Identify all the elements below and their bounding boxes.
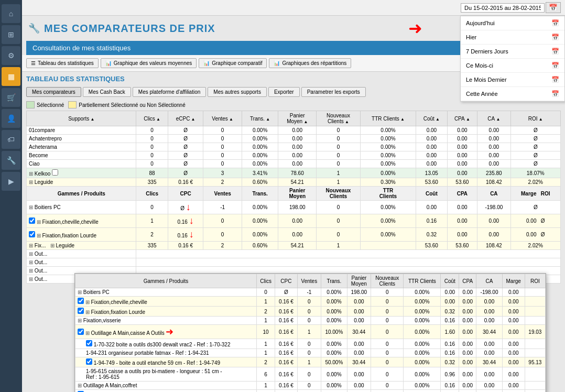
col-cout[interactable]: Coût xyxy=(416,111,447,126)
expand-fixlourde[interactable]: ⊞ xyxy=(37,233,41,238)
cell-cpa: 0.00 xyxy=(447,143,477,151)
cell-panier: 0.00 xyxy=(278,160,317,168)
dropdown-7days[interactable]: 7 Derniers Jours 📅 xyxy=(461,45,564,59)
ov-col-trans[interactable]: Trans. xyxy=(321,274,347,288)
cell-leguide-ca: 108.42 xyxy=(477,178,510,187)
ov-row: ⊞ Fixation,fixation Lourde 2 0.16 € 0 0.… xyxy=(75,307,546,317)
cell-ls-cpc: 0.16 € xyxy=(168,242,203,250)
cell-panier: 0.00 xyxy=(278,135,317,143)
tool-icon[interactable]: 🔧 xyxy=(2,151,20,170)
cell-out2-empty xyxy=(136,258,561,267)
dropdown-this-year[interactable]: Cette Année 📅 xyxy=(461,87,564,101)
ov-col-gammes[interactable]: Gammes / Produits xyxy=(75,274,257,288)
nav-tab-affiliation[interactable]: Mes plateforme d'affiliation xyxy=(133,87,206,97)
cell-nouveaux: 0 xyxy=(317,126,361,135)
home-icon[interactable]: ⌂ xyxy=(2,4,20,23)
dropdown-today[interactable]: Aujourd'hui 📅 xyxy=(461,16,564,30)
expand-out4[interactable]: ⊞ xyxy=(29,276,33,282)
expand-leguide[interactable]: ⊞ xyxy=(29,179,33,185)
dropdown-yesterday[interactable]: Hier 📅 xyxy=(461,30,564,45)
ov-cb-prod1[interactable] xyxy=(86,340,92,346)
cell-fl-ca: 0.00 xyxy=(477,228,510,242)
hierarchy-icon[interactable]: ⊞ xyxy=(2,25,20,44)
cell-panier: 0.00 xyxy=(278,143,317,151)
col-roi[interactable]: ROI xyxy=(510,111,560,126)
col-trans[interactable]: Trans. xyxy=(242,111,278,126)
ov-col-cout[interactable]: Coût xyxy=(441,274,459,288)
ov-cell-prod1: 1-70-322 boite a outils ds300 dewalt vra… xyxy=(75,339,257,349)
ov-col-ca[interactable]: CA xyxy=(476,274,502,288)
ov-col-clics[interactable]: Clics xyxy=(256,274,275,288)
cell-trans: 0.00% xyxy=(242,126,278,135)
ov-cb-fixchev[interactable] xyxy=(78,298,84,304)
expand-fixchev[interactable]: ⊞ xyxy=(37,219,41,225)
arrow-right-icon[interactable]: ▶ xyxy=(2,172,20,191)
table-row: ⊞ Boitiers PC 0 Ø ↓ -1 0.00% 198.00 0 0.… xyxy=(27,201,561,214)
tab-graphique-valeurs[interactable]: 📊 Graphique des valeurs moyennes xyxy=(101,58,197,68)
ov-row: ⊞ Fixation,visserie 1 0.16 € 0 0.00% 0.0… xyxy=(75,317,546,325)
col-ca[interactable]: CA xyxy=(477,111,510,126)
cell-ls-panier: 54.21 xyxy=(278,242,317,250)
dropdown-last-month[interactable]: Le Mois Dernier 📅 xyxy=(461,73,564,87)
ov-cell-prod3: 1-94-749 - boite a outil etanche 59 cm -… xyxy=(75,357,257,367)
sh-trans: Trans. xyxy=(242,187,278,201)
expand-out1[interactable]: ⊞ xyxy=(29,251,33,257)
expand-out2[interactable]: ⊞ xyxy=(29,259,33,265)
cell-cpa: 0.00 xyxy=(447,160,477,168)
col-supports[interactable]: Supports xyxy=(27,111,136,126)
col-cpa[interactable]: CPA xyxy=(447,111,477,126)
cell-ecpc: Ø xyxy=(168,160,203,168)
ov-col-ttr[interactable]: TTR Clients xyxy=(404,274,441,288)
fixchev-checkbox[interactable] xyxy=(29,217,35,224)
ov-col-cpa[interactable]: CPA xyxy=(459,274,476,288)
wrench-icon: 🔧 xyxy=(28,23,40,34)
nav-tab-parametrer[interactable]: Parametrer les exports xyxy=(301,87,366,97)
settings-icon[interactable]: ⚙ xyxy=(2,46,20,65)
calendar-button[interactable]: 📅 xyxy=(546,2,561,13)
nav-tab-exporter[interactable]: Exporter xyxy=(268,87,300,97)
expand-leguide-sum[interactable]: ⊞ xyxy=(29,243,33,248)
people-icon[interactable]: 👤 xyxy=(2,109,20,128)
expand-out3[interactable]: ⊞ xyxy=(29,268,33,274)
nav-tab-autres[interactable]: Mes autres supports xyxy=(208,87,267,97)
expand-kelkoo[interactable]: ⊞ xyxy=(29,171,33,177)
col-nouveaux[interactable]: NouveauxClients xyxy=(317,111,361,126)
ov-col-nouveaux[interactable]: NouveauxClients xyxy=(371,274,404,288)
barcode-icon[interactable]: ▦ xyxy=(2,67,20,86)
cell-trans: 0.00% xyxy=(242,143,278,151)
cart-icon[interactable]: 🛒 xyxy=(2,88,20,107)
ov-col-cpc[interactable]: CPC xyxy=(275,274,297,288)
col-panier[interactable]: PanierMoyen xyxy=(278,111,317,126)
tab-tableau[interactable]: ☰ Tableau des statistiques xyxy=(26,58,99,68)
col-ventes[interactable]: Ventes xyxy=(203,111,242,126)
ov-cb-prod3[interactable] xyxy=(86,358,92,365)
fixlourde-checkbox[interactable] xyxy=(29,231,35,237)
cell-clics: 0 xyxy=(136,143,168,151)
tag-icon[interactable]: 🏷 xyxy=(2,130,20,149)
ov-col-roi[interactable]: ROI xyxy=(525,274,545,288)
cell-kelkoo-panier: 78.60 xyxy=(278,168,317,178)
tab-graphique-comparatif[interactable]: 📊 Graphique comparatif xyxy=(199,58,267,68)
expand-boitierspc[interactable]: ⊞ xyxy=(29,204,33,210)
kelkoo-checkbox[interactable] xyxy=(52,169,58,176)
date-range-input[interactable] xyxy=(461,3,545,13)
nav-tab-cashback[interactable]: Mes Cash Back xyxy=(83,87,131,97)
ov-cb-fixlourde[interactable] xyxy=(78,308,84,314)
ov-col-ventes[interactable]: Ventes xyxy=(297,274,321,288)
nav-tab-comparateurs[interactable]: Mes comparateurs xyxy=(26,87,81,97)
ov-col-panier[interactable]: PanierMoyen xyxy=(347,274,371,288)
col-clics[interactable]: Clics xyxy=(136,111,168,126)
col-ecpc[interactable]: eCPC xyxy=(168,111,203,126)
cell-cout: 0.00 xyxy=(416,143,447,151)
cell-ls-trans: 0.60% xyxy=(242,242,278,250)
cell-fl-cpc: 0.16 ↓ xyxy=(168,228,203,242)
tab-graphiques-repartitions[interactable]: 📊 Graphiques des répartitions xyxy=(269,58,351,68)
col-ttr[interactable]: TTR Clients xyxy=(360,111,416,126)
dropdown-this-month[interactable]: Ce Mois-ci 📅 xyxy=(461,59,564,73)
sh-cpc: CPC xyxy=(168,187,203,201)
ov-cb-outils[interactable] xyxy=(78,329,84,335)
cell-fl-ventes: 0 xyxy=(203,228,242,242)
ov-cell-prod4: 1-95-615 caisse a outils pro bi-matiere … xyxy=(75,367,257,382)
ov-col-marge[interactable]: Marge xyxy=(502,274,525,288)
sh-gammes: Gammes / Produits xyxy=(27,187,136,201)
